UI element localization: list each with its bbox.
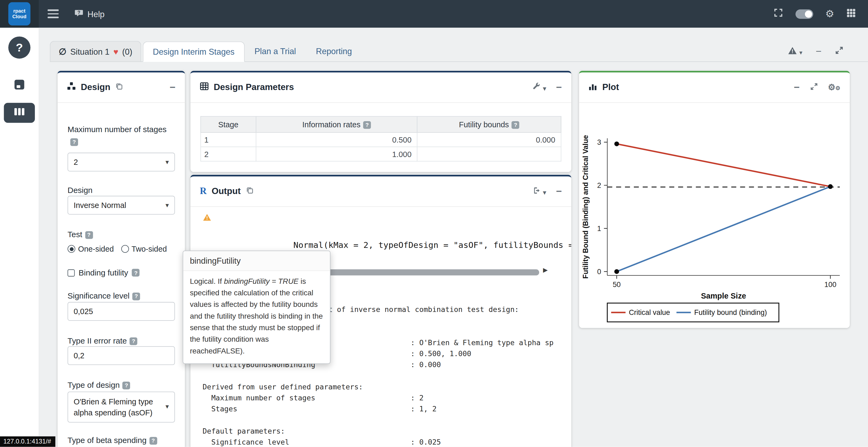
settings-gear-icon[interactable]: ⚙ <box>825 9 834 19</box>
logo-line1: rpact <box>13 8 25 14</box>
max-stages-help-icon[interactable]: ? <box>70 138 78 146</box>
help-bubble-icon: ? <box>74 8 84 19</box>
rpact-cloud-logo: rpact Cloud <box>8 2 31 26</box>
design-form: Maximum number of stages ? 2 ▾ Design In… <box>58 125 185 445</box>
y-tick-label: 3 <box>597 138 601 146</box>
collapse-panel-icon[interactable]: − <box>170 82 176 93</box>
caret-down-icon: ▾ <box>543 189 546 196</box>
design-type-select[interactable]: Inverse Normal ▾ <box>68 196 175 215</box>
help-label: Help <box>88 9 104 19</box>
design-parameters-header: Design Parameters ▾ − <box>190 72 571 103</box>
collapse-all-icon[interactable]: − <box>816 46 822 56</box>
collapse-panel-icon[interactable]: − <box>556 186 562 197</box>
col-header-futility-bounds: Futility bounds? <box>417 116 561 132</box>
scroll-right-arrow[interactable]: ▶ <box>543 267 548 274</box>
type2-help-icon[interactable]: ? <box>129 337 137 345</box>
tab-design-interim-stages[interactable]: Design Interim Stages <box>143 41 245 62</box>
value-cell[interactable]: 0.500 <box>256 132 417 147</box>
r-logo-icon: R <box>200 186 207 197</box>
futility-bounds-help-icon[interactable]: ? <box>512 121 520 129</box>
table-row: 10.5000.000 <box>200 132 561 147</box>
binding-futility-row: Binding futility ? <box>68 268 175 277</box>
information-rates-help-icon[interactable]: ? <box>363 121 371 129</box>
wrench-dropdown[interactable]: ▾ <box>532 82 546 93</box>
type-of-design-value: O'Brien & Fleming type alpha spending (a… <box>73 396 162 418</box>
tooltip-body: Logical. If bindingFutility = TRUE is sp… <box>183 271 330 364</box>
help-button[interactable]: ? Help <box>74 8 104 19</box>
col-header-stage: Stage <box>200 116 256 132</box>
fullscreen-icon[interactable] <box>773 8 783 20</box>
tab-plan-a-trial[interactable]: Plan a Trial <box>244 41 306 61</box>
navbar-actions: ⚙ <box>773 8 856 20</box>
test-radio-group: One-sided Two-sided <box>68 244 175 253</box>
warning-icon <box>203 214 211 224</box>
test-help-icon[interactable]: ? <box>85 231 93 239</box>
plot-panel-header: Plot − ⚙⚙ <box>579 72 850 103</box>
warnings-dropdown[interactable]: ▾ <box>787 46 803 57</box>
significance-input[interactable] <box>68 302 175 321</box>
export-dropdown[interactable]: ▾ <box>532 186 546 197</box>
tab-bar: ∅ Situation 1 ♥ (0) Design Interim Stage… <box>50 40 868 62</box>
value-cell[interactable]: 1.000 <box>256 147 417 161</box>
chevron-down-icon: ▾ <box>165 402 169 412</box>
tab-reporting[interactable]: Reporting <box>306 41 362 61</box>
x-tick-label: 100 <box>824 281 836 288</box>
sidebar-question-icon[interactable]: ? <box>8 36 31 59</box>
design-type-value: Inverse Normal <box>73 201 126 210</box>
left-sidebar: ? <box>0 28 39 447</box>
main-area: ∅ Situation 1 ♥ (0) Design Interim Stage… <box>39 28 868 447</box>
design-parameters-table: Stage Information rates? Futility bounds… <box>200 116 561 161</box>
y-tick-label: 1 <box>597 225 601 233</box>
radio-one-sided[interactable]: One-sided <box>68 244 114 253</box>
binding-futility-help-icon[interactable]: ? <box>132 269 140 277</box>
sidebar-item-active[interactable] <box>4 103 35 123</box>
plot-panel: Plot − ⚙⚙ 012350100Futility Bound (Bindi… <box>579 71 850 328</box>
type-of-design-select[interactable]: O'Brien & Fleming type alpha spending (a… <box>68 391 175 423</box>
top-navbar: rpact Cloud ? Help ⚙ <box>0 0 868 28</box>
significance-help-icon[interactable]: ? <box>132 293 140 300</box>
tab-situation[interactable]: ∅ Situation 1 ♥ (0) <box>50 41 142 61</box>
radio-dot <box>121 245 129 253</box>
hamburger-menu-icon[interactable] <box>48 10 59 18</box>
collapse-panel-icon[interactable]: − <box>556 82 562 93</box>
heart-icon[interactable]: ♥ <box>114 47 118 56</box>
collapse-panel-icon[interactable]: − <box>794 82 800 93</box>
expand-plot-icon[interactable] <box>809 82 818 93</box>
design-panel: Design − Maximum number of stages ? 2 ▾ … <box>58 71 185 447</box>
max-stages-select[interactable]: 2 ▾ <box>68 153 175 172</box>
type2-input[interactable] <box>68 346 175 365</box>
expand-icon[interactable] <box>835 46 844 57</box>
beta-spending-label: Type of beta spending? <box>68 436 175 445</box>
chevron-down-icon: ▾ <box>165 201 169 209</box>
radio-two-sided[interactable]: Two-sided <box>121 244 167 253</box>
situation-count: (0) <box>122 47 132 56</box>
table-row: 21.000 <box>200 147 561 161</box>
type-of-design-help-icon[interactable]: ? <box>123 381 130 389</box>
copy-icon[interactable] <box>115 82 123 93</box>
col-header-information-rates: Information rates? <box>256 116 417 132</box>
data-point <box>614 141 619 146</box>
x-axis-title: Sample Size <box>701 291 746 300</box>
data-point <box>614 269 619 274</box>
table-icon <box>200 82 209 93</box>
x-tick-label: 50 <box>613 281 621 288</box>
dark-mode-toggle[interactable] <box>795 9 813 19</box>
y-tick-label: 2 <box>597 181 601 190</box>
type-of-design-label: Type of design? <box>68 381 175 389</box>
sidebar-notes-icon[interactable] <box>13 78 26 93</box>
data-point <box>828 184 833 189</box>
logo-line2: Cloud <box>12 14 27 20</box>
plot-panel-title: Plot <box>602 82 619 93</box>
binding-futility-checkbox[interactable] <box>68 269 75 276</box>
stage-cell: 2 <box>200 147 256 161</box>
grid-apps-icon[interactable] <box>846 8 856 20</box>
value-cell[interactable] <box>417 147 561 161</box>
copy-icon[interactable] <box>246 186 253 197</box>
plot-settings-gears-icon[interactable]: ⚙⚙ <box>828 82 840 93</box>
stage-cell: 1 <box>200 132 256 147</box>
value-cell[interactable]: 0.000 <box>417 132 561 147</box>
beta-spending-help-icon[interactable]: ? <box>149 437 157 444</box>
design-parameters-body: Stage Information rates? Futility bounds… <box>190 103 571 162</box>
logo-zone[interactable]: rpact Cloud <box>0 0 39 28</box>
max-stages-value: 2 <box>73 158 78 166</box>
